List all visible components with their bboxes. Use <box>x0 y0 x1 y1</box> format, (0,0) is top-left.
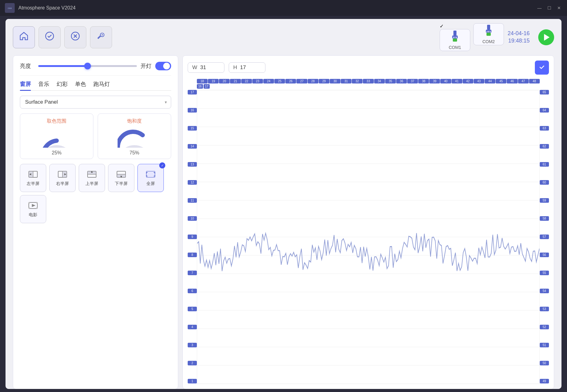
svg-rect-5 <box>453 31 456 35</box>
svg-point-0 <box>46 32 54 40</box>
x-label: 26 <box>285 79 296 83</box>
y-label-right: 52 <box>540 325 549 329</box>
x-label: 18 <box>197 79 208 83</box>
gauges-row: 取色范围 25% 饱和度 <box>20 113 171 159</box>
h-label: H <box>233 65 237 71</box>
x-label: 34 <box>374 79 385 83</box>
y-label-right: 62 <box>540 144 549 149</box>
y-label-right: 51 <box>540 343 549 347</box>
mode-left-half-label: 左半屏 <box>27 181 39 187</box>
confirm-button[interactable] <box>535 61 549 75</box>
com1-button[interactable]: COM1 <box>440 29 470 51</box>
datetime-block: 24-04-16 19:48:15 <box>508 30 530 44</box>
toolbar: ✓ COM1 <box>6 19 561 55</box>
light-toggle[interactable] <box>155 62 171 70</box>
y-label: 11 <box>188 198 197 203</box>
x-label: 33 <box>363 79 374 83</box>
mode-right-half[interactable]: 右半屏 <box>49 164 76 192</box>
y-label-right: 55 <box>540 271 549 275</box>
svg-rect-29 <box>146 171 155 177</box>
light-toggle-label: 开灯 <box>141 62 152 70</box>
mode-cinema[interactable]: 电影 <box>20 195 46 223</box>
x-label: 28 <box>308 79 318 83</box>
y-label-right: 57 <box>540 235 549 239</box>
com2-wrapper: COM2 <box>473 23 504 51</box>
y-label-right: 54 <box>540 289 549 293</box>
tab-music[interactable]: 音乐 <box>38 80 49 90</box>
saturation-title: 饱和度 <box>127 118 142 124</box>
y-label: 5 <box>188 307 197 311</box>
svg-point-4 <box>102 34 103 35</box>
mode-cinema-label: 电影 <box>29 212 37 218</box>
x-label: 48 <box>529 79 540 83</box>
date-display: 24-04-16 <box>508 30 530 37</box>
color-range-value: 25% <box>52 150 62 156</box>
settings-button[interactable] <box>90 26 112 48</box>
svg-rect-13 <box>486 33 491 36</box>
x-label: 42 <box>463 79 473 83</box>
tab-single[interactable]: 单色 <box>75 80 86 90</box>
svg-rect-32 <box>29 202 30 204</box>
minimize-button[interactable]: — <box>536 5 543 11</box>
svg-rect-34 <box>29 207 30 209</box>
y-label-right: 50 <box>540 361 549 365</box>
home-button[interactable] <box>13 26 35 48</box>
x-label: 17 <box>204 84 210 89</box>
confirm-check-icon <box>539 64 545 72</box>
svg-marker-31 <box>32 204 36 207</box>
x-label: 24 <box>263 79 274 83</box>
com2-button[interactable]: COM2 <box>473 23 504 45</box>
chart-main: 1234567891011121314151617 49505152535455… <box>188 90 549 384</box>
main-window: ✓ COM1 <box>6 19 561 389</box>
mode-bottom-half[interactable]: 下半屏 <box>108 164 134 192</box>
svg-rect-33 <box>36 202 37 204</box>
color-range-gauge <box>40 127 73 148</box>
mode-right-half-label: 右半屏 <box>56 181 69 187</box>
tab-screen[interactable]: 窗屏 <box>20 80 31 90</box>
color-range-title: 取色范围 <box>47 118 66 124</box>
y-label-right: 61 <box>540 162 549 167</box>
dropdown-row: Surface Panel ▾ <box>20 96 171 109</box>
left-panel: 亮度 开灯 窗屏 音乐 幻彩 单色 跑马灯 Surface Panel ▾ <box>13 55 178 389</box>
x-label: 31 <box>341 79 351 83</box>
x-labels-top: 1819202122232425262728293031323334353637… <box>197 79 540 83</box>
y-label-right: 60 <box>540 180 549 185</box>
time-display: 19:48:15 <box>508 37 530 44</box>
y-label-right: 53 <box>540 307 549 311</box>
mode-bottom-half-label: 下半屏 <box>115 181 128 187</box>
y-label-right: 56 <box>540 253 549 257</box>
w-value: 31 <box>200 65 206 71</box>
play-button[interactable] <box>538 29 554 45</box>
x-label: 41 <box>452 79 462 83</box>
app-logo: cas <box>5 3 15 13</box>
h-field: H 17 <box>229 62 265 73</box>
confirm-check-button[interactable] <box>39 26 61 48</box>
y-label: 10 <box>188 216 197 221</box>
y-label: 7 <box>188 271 197 275</box>
mode-top-half[interactable]: 上半屏 <box>79 164 105 192</box>
tab-marquee[interactable]: 跑马灯 <box>93 80 110 90</box>
x-label: 25 <box>274 79 285 83</box>
brightness-slider[interactable] <box>38 65 137 67</box>
y-label-right: 63 <box>540 126 549 131</box>
x-label: 22 <box>241 79 252 83</box>
mode-fullscreen[interactable]: ✓ 全屏 <box>137 164 164 192</box>
y-label: 13 <box>188 162 197 167</box>
com2-label: COM2 <box>483 39 495 44</box>
fullscreen-check-icon: ✓ <box>159 162 165 168</box>
delete-button[interactable] <box>64 26 86 48</box>
mode-left-half[interactable]: 左半屏 <box>20 164 46 192</box>
y-label: 1 <box>188 379 197 383</box>
y-label-right: 59 <box>540 198 549 203</box>
maximize-button[interactable]: ☐ <box>546 5 552 11</box>
saturation-value: 75% <box>130 150 139 156</box>
x-label: 40 <box>440 79 451 83</box>
fullscreen-icon <box>146 169 156 179</box>
wh-row: W 31 H 17 <box>188 61 549 75</box>
y-label: 15 <box>188 126 197 131</box>
x-label: 30 <box>330 79 340 83</box>
x-label: 36 <box>396 79 407 83</box>
panel-dropdown[interactable]: Surface Panel <box>20 96 171 109</box>
tab-fantasy[interactable]: 幻彩 <box>57 80 68 90</box>
close-button[interactable]: ✕ <box>556 5 562 11</box>
